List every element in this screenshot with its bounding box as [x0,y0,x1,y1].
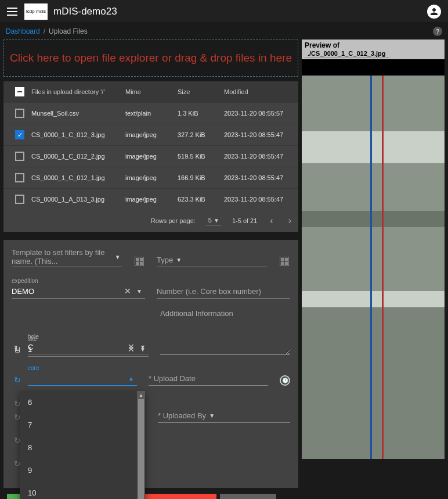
cell-mime: text/plain [125,110,178,117]
app-title: mDIS-demo23 [53,6,427,17]
grid-icon[interactable] [279,256,290,267]
upload-date-input[interactable]: * Upload Date [149,374,196,383]
dropzone-text-right: or drag & drop files in here [162,52,292,64]
cell-size: 623.3 KiB [178,196,224,203]
breadcrumb-root[interactable]: Dashboard [6,27,40,35]
chevron-up-icon[interactable]: ▲ [125,372,137,384]
cell-name: CS_0000_1_C_012_2.jpg [31,153,125,160]
cell-size: 519.5 KiB [178,153,224,160]
page-range: 1-5 of 21 [232,217,257,224]
expedition-input[interactable] [12,287,122,296]
red-line [382,76,384,459]
preview-filename: ./CS_0000_1_C_012_3.jpg [305,49,389,58]
additional-info-label: Additional Information [160,309,290,318]
cell-mime: image/jpeg [125,153,178,160]
cell-mime: image/jpeg [125,131,178,138]
scroll-up-icon[interactable]: ▲ [137,391,145,399]
table-header: Files in upload directory '/' Mime Size … [3,81,298,102]
chevron-down-icon[interactable]: ▼ [133,285,145,297]
cell-modified: 2023-11-20 08:55:47 [224,174,294,181]
core-label: core [28,365,137,371]
col-mime[interactable]: Mime [125,88,178,95]
cell-name: Munsell_Soil.csv [31,110,125,117]
cell-size: 327.2 KiB [178,131,224,138]
blue-line [370,76,372,459]
uploaded-by-select[interactable]: * Uploaded By [158,411,206,420]
chevron-down-icon[interactable]: ▼ [114,251,122,263]
chevron-down-icon[interactable]: ▼ [206,410,218,421]
help-icon[interactable]: ? [433,27,442,36]
dropdown-option[interactable]: 7 [20,414,145,436]
row-checkbox[interactable] [15,173,24,182]
logo: icdp mdis [24,3,48,20]
menu-icon[interactable] [7,8,17,16]
col-size[interactable]: Size [178,88,224,95]
cell-modified: 2023-11-20 08:55:47 [224,131,294,138]
cell-modified: 2023-11-20 08:55:57 [224,110,294,117]
cell-name: CS_0000_1_C_012_1.jpg [31,174,125,181]
table-row[interactable]: CS_0000_1_C_012_1.jpg image/jpeg 166.9 K… [3,167,298,188]
dropdown-option[interactable]: 10 [20,482,145,499]
preview-title: Preview of [305,41,339,49]
grid-icon[interactable] [133,256,145,267]
row-checkbox[interactable] [15,130,24,139]
dropdown-option[interactable]: 9 [20,459,145,482]
dropzone[interactable]: Click here to open file explorer or drag… [3,40,298,77]
preview-image [302,59,445,459]
clock-icon[interactable]: 🕐 [280,375,290,386]
file-table: Files in upload directory '/' Mime Size … [3,81,298,232]
hole-input[interactable] [28,343,125,351]
scroll-thumb[interactable] [138,399,144,499]
core-input[interactable] [28,374,125,383]
row-checkbox[interactable] [15,152,24,161]
dropzone-text-left: Click here to open file explorer [10,52,159,64]
preview-panel: Preview of ./CS_0000_1_C_012_3.jpg [302,40,445,499]
col-modified[interactable]: Modified [224,88,294,95]
form-panel: Template to set filters by file name. (T… [3,240,298,488]
topbar: icdp mdis mDIS-demo23 [0,0,448,23]
import-button[interactable]: IMPORT DATA [220,494,276,499]
cell-modified: 2023-11-20 08:55:47 [224,196,294,203]
cell-modified: 2023-11-20 08:55:47 [224,153,294,160]
hole-label: hole [28,333,149,340]
chevron-down-icon[interactable]: ▼ [173,254,185,265]
template-select[interactable]: Template to set filters by file name. (T… [12,248,114,265]
prev-page-icon[interactable]: ‹ [268,216,275,226]
refresh-icon[interactable]: ↻ [12,374,23,386]
breadcrumb-current: Upload Files [49,27,88,35]
cell-size: 166.9 KiB [178,174,224,181]
clear-icon[interactable]: ✕ [125,341,137,353]
cell-name: CS_0000_1_A_013_3.jpg [31,196,125,203]
row-checkbox[interactable] [15,109,24,118]
table-row[interactable]: Munsell_Soil.csv text/plain 1.3 KiB 2023… [3,102,298,124]
next-page-icon[interactable]: › [286,216,294,226]
expedition-label: expedition [12,278,145,284]
row-checkbox[interactable] [15,195,24,204]
user-icon[interactable] [427,5,441,19]
additional-info-textarea[interactable] [160,320,290,355]
number-input[interactable]: Number (i.e. Core box number) [157,287,261,296]
dropdown-option[interactable]: 6 [20,391,145,414]
cell-mime: image/jpeg [125,174,178,181]
rows-per-page-label: Rows per page: [151,217,196,224]
select-all-checkbox[interactable] [15,87,24,96]
table-row[interactable]: CS_0000_1_A_013_3.jpg image/jpeg 623.3 K… [3,188,298,210]
scrollbar[interactable]: ▲ ▼ [137,391,145,499]
col-name[interactable]: Files in upload directory '/' [31,88,125,95]
cell-size: 1.3 KiB [178,110,224,117]
cell-name: CS_0000_1_C_012_3.jpg [31,131,125,138]
type-select[interactable]: Type [157,256,173,264]
chevron-down-icon[interactable]: ▼ [137,341,149,353]
clear-icon[interactable]: ✕ [122,285,133,297]
breadcrumb: Dashboard / Upload Files ? [0,23,448,40]
table-footer: Rows per page: 5 ▼ 1-5 of 21 ‹ › [3,210,298,232]
cell-mime: image/jpeg [125,196,178,203]
refresh-icon[interactable]: ↻ [12,343,23,354]
dropdown-option[interactable]: 8 [20,436,145,459]
core-dropdown: 67891011 ▲ ▼ [20,391,145,499]
rows-per-page-value[interactable]: 5 ▼ [206,217,222,225]
table-row[interactable]: CS_0000_1_C_012_3.jpg image/jpeg 327.2 K… [3,124,298,145]
table-row[interactable]: CS_0000_1_C_012_2.jpg image/jpeg 519.5 K… [3,145,298,167]
